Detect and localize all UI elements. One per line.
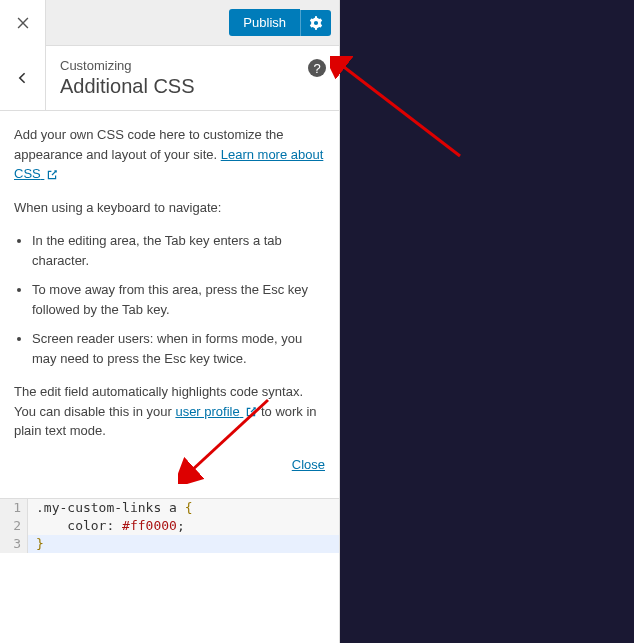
code-line: 1 .my-custom-links a {	[0, 499, 339, 517]
close-link[interactable]: Close	[292, 457, 325, 472]
line-number: 3	[0, 535, 28, 553]
list-item: To move away from this area, press the E…	[32, 280, 325, 319]
code-line-active: 3 }	[0, 535, 339, 553]
css-editor[interactable]: 1 .my-custom-links a { 2 color: #ff0000;…	[0, 498, 339, 643]
line-number: 1	[0, 499, 28, 517]
line-content: }	[28, 535, 339, 553]
code-colon: :	[106, 518, 122, 533]
publish-settings-button[interactable]	[300, 10, 331, 36]
customizing-label: Customizing	[60, 58, 325, 73]
code-brace: }	[36, 536, 44, 551]
customizer-sidebar: Publish Customizing Additional CSS ? Add…	[0, 0, 340, 643]
gear-icon	[309, 16, 323, 30]
close-icon	[16, 16, 30, 30]
publish-button[interactable]: Publish	[229, 9, 300, 36]
help-button[interactable]: ?	[307, 58, 327, 78]
list-item: Screen reader users: when in forms mode,…	[32, 329, 325, 368]
code-indent	[36, 518, 67, 533]
syntax-paragraph: The edit field automatically highlights …	[14, 382, 325, 441]
close-description: Close	[14, 455, 325, 475]
code-line: 2 color: #ff0000;	[0, 517, 339, 535]
line-number: 2	[0, 517, 28, 535]
help-icon: ?	[307, 58, 327, 78]
line-content: color: #ff0000;	[28, 517, 339, 535]
preview-area	[340, 0, 634, 643]
top-bar: Publish	[0, 0, 339, 46]
header-titles: Customizing Additional CSS ?	[46, 46, 339, 110]
intro-paragraph: Add your own CSS code here to customize …	[14, 125, 325, 184]
code-brace: {	[185, 500, 193, 515]
description-area: Add your own CSS code here to customize …	[0, 111, 339, 498]
code-property: color	[67, 518, 106, 533]
editor-padding[interactable]	[0, 553, 339, 643]
list-item: In the editing area, the Tab key enters …	[32, 231, 325, 270]
code-selector: .my-custom-links a	[36, 500, 185, 515]
external-link-icon	[245, 406, 257, 418]
close-customizer-button[interactable]	[0, 0, 46, 46]
external-link-icon	[46, 169, 58, 181]
user-profile-text: user profile	[175, 404, 239, 419]
svg-text:?: ?	[313, 61, 320, 76]
chevron-left-icon	[15, 70, 31, 86]
keyboard-list: In the editing area, the Tab key enters …	[32, 231, 325, 368]
line-content: .my-custom-links a {	[28, 499, 339, 517]
section-header: Customizing Additional CSS ?	[0, 46, 339, 111]
code-semi: ;	[177, 518, 185, 533]
code-value: #ff0000	[122, 518, 177, 533]
section-title: Additional CSS	[60, 75, 325, 98]
keyboard-intro: When using a keyboard to navigate:	[14, 198, 325, 218]
back-button[interactable]	[0, 46, 46, 110]
user-profile-link[interactable]: user profile	[175, 404, 257, 419]
publish-group: Publish	[229, 9, 339, 36]
